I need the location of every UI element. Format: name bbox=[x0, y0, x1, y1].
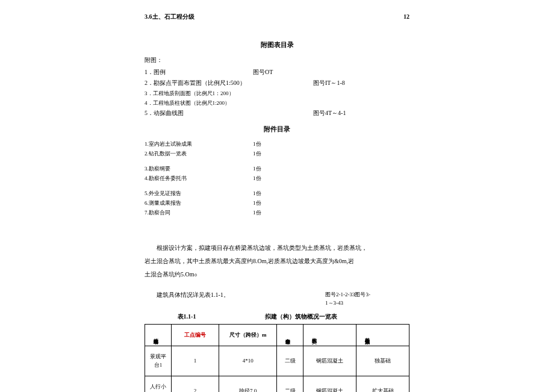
attach-7-qty: 1份 bbox=[253, 208, 283, 217]
figure-index-title: 附图表目录 bbox=[145, 40, 409, 51]
cell: 4*10 bbox=[219, 346, 277, 376]
attach-4-qty: 1份 bbox=[253, 174, 283, 182]
figure-code-1: 图号OT bbox=[253, 67, 313, 77]
attach-5-label: 5.外业见证报告 bbox=[145, 189, 253, 198]
cell: 钢筋混凝土 bbox=[303, 346, 356, 376]
table-ref-right: 图号2-1-2-33图号3- 1～3-43 bbox=[325, 290, 409, 308]
figure-item-4: 4．工程地质柱状图（比例尺1:200） bbox=[145, 99, 230, 107]
attach-4-label: 4.勘察任务委托书 bbox=[145, 174, 253, 182]
paragraph-2: 岩土混合基坑，其中土质基坑最大高度约8.Om,岩质基坑边坡最大高度为&0m,岩 bbox=[145, 255, 409, 268]
ref-right-2: 1～3-43 bbox=[325, 299, 409, 307]
figure-code-2: 图号IT～1-8 bbox=[313, 78, 345, 88]
table-ref-row: 建筑具体情况详见表1.1-1。 图号2-1-2-33图号3- 1～3-43 bbox=[145, 290, 409, 308]
header-left: 3.6土、石工程分级 bbox=[145, 12, 195, 22]
th-5: 构筑类 bbox=[306, 332, 322, 338]
paragraph-3: 土混合基坑约5.Om₀ bbox=[145, 268, 409, 281]
figure-item-3: 3．工程地质剖面图（比例尺1：200） bbox=[145, 89, 234, 98]
cell: 二级 bbox=[277, 346, 303, 376]
table-row: 景观平台1 1 4*10 二级 钢筋混凝土 独基础 bbox=[145, 346, 409, 376]
cell: 跨径7.0 bbox=[219, 376, 277, 392]
attach-2-label: 2.钻孔数据一览表 bbox=[145, 149, 253, 158]
paragraph-1: 根据设计方案，拟建项目存在桥梁基坑边坡，基坑类型为土质基坑，岩质基坑， bbox=[145, 241, 409, 255]
figure-item-5: 5．动探曲线图 bbox=[145, 108, 313, 118]
attach-7-label: 7.勘察合同 bbox=[145, 208, 253, 217]
attach-6-qty: 1份 bbox=[253, 199, 283, 207]
table-ref-left: 建筑具体情况详见表1.1-1。 bbox=[145, 290, 325, 308]
th-2: 工点编号 bbox=[184, 332, 206, 338]
attach-list: 1.室内岩土试验成果1份 2.钻孔数据一览表1份 3.勘察纲要1份 4.勘察任务… bbox=[145, 140, 409, 217]
attach-3-label: 3.勘察纲要 bbox=[145, 164, 253, 173]
th-6: 基础拟式形 bbox=[359, 331, 375, 339]
cell: 2 bbox=[171, 376, 219, 392]
attach-3-qty: 1份 bbox=[253, 164, 283, 173]
table-row: 人行小桥1 2 跨径7.0 二级 钢筋混凝土 扩大基础 bbox=[145, 376, 409, 392]
figure-item-1: 1．图例 bbox=[145, 67, 253, 77]
cell: 扩大基础 bbox=[356, 376, 409, 392]
figure-sublabel: 附图： bbox=[145, 55, 409, 65]
cell: 二级 bbox=[277, 376, 303, 392]
ref-right-1: 图号2-1-2-33图号3- bbox=[325, 290, 409, 299]
table-caption: 拟建（构）筑物概况一览表 bbox=[229, 312, 373, 322]
attach-6-label: 6.测量成果报告 bbox=[145, 199, 253, 207]
th-1: 拟建物名 bbox=[148, 332, 163, 339]
attach-1-qty: 1份 bbox=[253, 140, 283, 148]
attach-5-qty: 1份 bbox=[253, 189, 283, 198]
page-header: 3.6土、石工程分级 12 bbox=[145, 12, 409, 22]
th-3: 尺寸（跨径）m bbox=[229, 332, 267, 338]
cell: 1 bbox=[171, 346, 219, 376]
attach-2-qty: 1份 bbox=[253, 149, 283, 158]
attach-index-title: 附件目录 bbox=[145, 124, 409, 135]
header-right: 12 bbox=[403, 12, 409, 22]
cell: 独基础 bbox=[356, 346, 409, 376]
figure-code-5: 图号4T～4-1 bbox=[313, 108, 346, 118]
th-4: 安全等级 bbox=[279, 332, 295, 339]
attach-1-label: 1.室内岩土试验成果 bbox=[145, 140, 253, 148]
overview-table: 拟建物名 工点编号 尺寸（跨径）m 安全等级 构筑类 基础拟式形 景观平台1 1… bbox=[145, 324, 409, 392]
cell: 景观平台1 bbox=[145, 346, 172, 376]
cell: 钢筋混凝土 bbox=[303, 376, 356, 392]
cell: 人行小桥1 bbox=[145, 376, 172, 392]
figure-item-2: 2．勘探点平面布置图（比例尺1:500） bbox=[145, 78, 313, 88]
table-title-row: 表1.1-1 拟建（构）筑物概况一览表 bbox=[145, 312, 409, 322]
figure-list: 1．图例 图号OT 2．勘探点平面布置图（比例尺1:500） 图号IT～1-8 … bbox=[145, 67, 409, 119]
table-number: 表1.1-1 bbox=[145, 312, 229, 322]
